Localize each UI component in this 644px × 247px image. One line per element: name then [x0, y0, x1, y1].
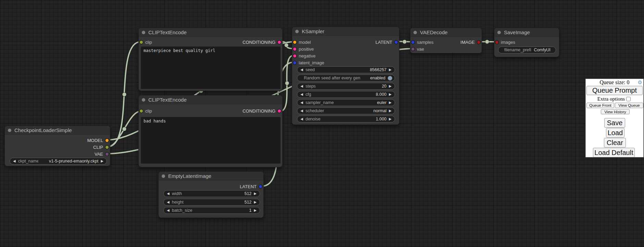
increment-icon[interactable]: ▶ [389, 84, 392, 88]
output-slot-clip[interactable]: CLIP [93, 144, 109, 151]
node-status-dot[interactable] [162, 174, 165, 178]
node-titlebar[interactable]: VAEDecode [410, 28, 482, 37]
clip-slot-dot[interactable] [140, 109, 143, 113]
prompt-textarea[interactable]: masterpiece best quality girl [141, 47, 281, 89]
prompt-textarea[interactable]: bad hands [141, 117, 281, 164]
slot-label: VAE [95, 152, 103, 157]
image-slot-dot[interactable] [495, 41, 498, 44]
input-slot-model[interactable]: model [293, 39, 311, 46]
conditioning-slot-dot[interactable] [278, 109, 281, 113]
queue-prompt-button[interactable]: Queue Prompt [586, 86, 643, 95]
width-widget[interactable]: ◀ width 512 ▶ [163, 190, 260, 197]
input-slot-positive[interactable]: positive [293, 46, 314, 52]
conditioning-slot-dot[interactable] [293, 54, 296, 57]
decrement-icon[interactable]: ◀ [167, 192, 170, 195]
extra-options-checkbox[interactable] [626, 97, 631, 101]
node-titlebar[interactable]: KSampler [292, 27, 399, 36]
input-slot-clip[interactable]: clip [140, 39, 152, 46]
cfg-widget[interactable]: ◀ cfg 8.000 ▶ [297, 91, 395, 98]
save-button[interactable]: Save [604, 118, 625, 128]
vae-slot-dot[interactable] [106, 153, 109, 156]
random-seed-toggle[interactable]: Random seed after every gen enabled [297, 75, 395, 81]
decrement-icon[interactable]: ◀ [167, 200, 170, 204]
latent-slot-dot[interactable] [411, 41, 414, 44]
latent-slot-dot[interactable] [395, 41, 398, 44]
clear-button[interactable]: Clear [604, 138, 626, 147]
input-slot-images[interactable]: images [495, 39, 515, 46]
model-slot-dot[interactable] [293, 41, 296, 44]
node-titlebar[interactable]: EmptyLatentImage [159, 172, 263, 181]
view-history-button[interactable]: View History [601, 109, 630, 114]
input-slot-negative[interactable]: negative [293, 52, 315, 59]
decrement-icon[interactable]: ◀ [300, 84, 303, 88]
batch-size-widget[interactable]: ◀ batch_size 1 ▶ [163, 207, 260, 214]
node-status-dot[interactable] [413, 31, 417, 34]
load-default-button[interactable]: Load Default [593, 148, 635, 157]
output-slot-latent[interactable]: LATENT [375, 39, 398, 46]
queue-front-button[interactable]: Queue Front [586, 103, 614, 108]
node-titlebar[interactable]: CheckpointLoaderSimple [5, 126, 110, 135]
height-widget[interactable]: ◀ height 512 ▶ [163, 199, 260, 206]
decrement-icon[interactable]: ◀ [13, 159, 16, 163]
output-slot-conditioning[interactable]: CONDITIONING [243, 39, 281, 46]
increment-icon[interactable]: ▶ [389, 93, 392, 96]
increment-icon[interactable]: ▶ [254, 192, 257, 195]
increment-icon[interactable]: ▶ [389, 117, 392, 121]
settings-gear-icon[interactable]: ⚙ [638, 80, 642, 85]
output-slot-vae[interactable]: VAE [95, 151, 109, 157]
node-titlebar[interactable]: CLIPTextEncode [139, 28, 282, 37]
increment-icon[interactable]: ▶ [389, 101, 392, 104]
decrement-icon[interactable]: ◀ [167, 209, 170, 212]
seed-widget[interactable]: ◀ seed 8566257 ▶ [297, 66, 395, 73]
steps-widget[interactable]: ◀ steps 20 ▶ [297, 83, 395, 90]
output-slot-image[interactable]: IMAGE [460, 39, 480, 46]
decrement-icon[interactable]: ◀ [300, 68, 303, 72]
input-slot-latent-image[interactable]: latent_image [293, 59, 324, 66]
increment-icon[interactable]: ▶ [389, 68, 392, 72]
vae-slot-dot[interactable] [411, 48, 414, 51]
view-queue-button[interactable]: View Queue [615, 103, 643, 108]
ckpt-name-widget[interactable]: ◀ ckpt_name v1-5-pruned-emaonly.ckpt ▶ [10, 158, 107, 165]
output-slot-latent[interactable]: LATENT [240, 183, 262, 190]
conditioning-slot-dot[interactable] [278, 41, 281, 44]
scheduler-widget[interactable]: ◀ scheduler normal ▶ [297, 107, 395, 114]
node-titlebar[interactable]: SaveImage [494, 28, 559, 37]
clip-slot-dot[interactable] [106, 146, 109, 149]
node-status-dot[interactable] [8, 129, 11, 132]
input-slot-samples[interactable]: samples [411, 39, 433, 46]
slot-label: LATENT [375, 40, 392, 45]
decrement-icon[interactable]: ◀ [300, 109, 303, 113]
increment-icon[interactable]: ▶ [254, 209, 257, 212]
latent-slot-dot[interactable] [293, 61, 296, 64]
increment-icon[interactable]: ▶ [389, 109, 392, 113]
node-title: CLIPTextEncode [148, 97, 187, 103]
node-status-dot[interactable] [142, 31, 145, 34]
toggle-enabled-dot[interactable] [388, 76, 392, 80]
increment-icon[interactable]: ▶ [254, 200, 257, 204]
output-slot-model[interactable]: MODEL [87, 137, 109, 144]
decrement-icon[interactable]: ◀ [300, 117, 303, 121]
node-status-dot[interactable] [497, 31, 501, 34]
sampler-name-widget[interactable]: ◀ sampler_name euler ▶ [297, 99, 395, 106]
node-status-dot[interactable] [295, 30, 299, 33]
increment-icon[interactable]: ▶ [101, 159, 103, 163]
node-checkpoint-loader: CheckpointLoaderSimple MODEL CLIP VAE ◀ … [4, 126, 110, 166]
latent-slot-dot[interactable] [259, 185, 262, 188]
slot-label: images [501, 40, 515, 45]
model-slot-dot[interactable] [106, 139, 109, 142]
denoise-widget[interactable]: ◀ denoise 1.000 ▶ [297, 116, 395, 122]
slot-label: clip [145, 40, 152, 45]
node-status-dot[interactable] [142, 98, 145, 102]
clip-slot-dot[interactable] [140, 41, 143, 44]
input-slot-vae[interactable]: vae [411, 46, 424, 52]
output-slot-conditioning[interactable]: CONDITIONING [243, 107, 281, 114]
decrement-icon[interactable]: ◀ [300, 93, 303, 96]
slot-label: positive [299, 47, 314, 52]
filename-prefix-widget[interactable]: filename_prefix ComfyUI [498, 47, 556, 53]
conditioning-slot-dot[interactable] [293, 48, 296, 51]
image-slot-dot[interactable] [477, 41, 480, 44]
decrement-icon[interactable]: ◀ [300, 101, 303, 104]
load-button[interactable]: Load [606, 128, 624, 138]
node-titlebar[interactable]: CLIPTextEncode [139, 95, 282, 104]
input-slot-clip[interactable]: clip [140, 107, 152, 114]
